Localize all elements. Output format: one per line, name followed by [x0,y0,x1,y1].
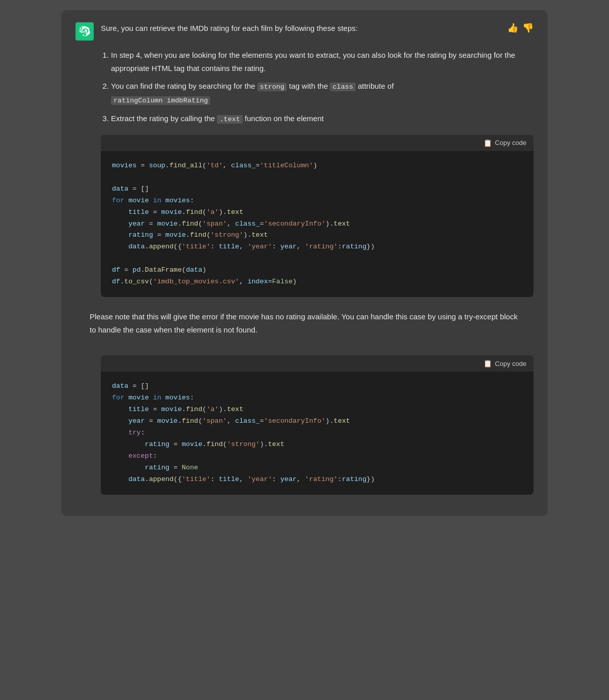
code-block-1-wrapper: 📋 Copy code movies = soup.find_all('td',… [101,135,534,297]
code-block-2-header: 📋 Copy code [101,355,534,372]
message-block: Sure, you can retrieve the IMDb rating f… [61,10,548,516]
copy-code-2-button[interactable]: 📋 Copy code [483,359,526,367]
copy-icon-2: 📋 [483,359,492,367]
steps-list: In step 4, when you are looking for the … [101,49,534,126]
copy-icon-1: 📋 [483,139,492,147]
code-block-2: data = [] for movie in movies: title = m… [101,372,534,494]
chat-container: Sure, you can retrieve the IMDb rating f… [61,10,548,516]
step-3-text: Extract the rating by calling the .text … [111,114,324,123]
step-1: In step 4, when you are looking for the … [111,49,534,75]
message-intro-text: Sure, you can retrieve the IMDb rating f… [101,22,500,34]
code-block-2-wrapper: 📋 Copy code data = [] for movie in movie… [101,355,534,494]
openai-logo-icon [79,26,90,37]
feedback-icons: 👍 👎 [507,22,534,33]
class-code: class [330,83,356,91]
message-content: In step 4, when you are looking for the … [75,49,534,126]
rating-column-code: ratingColumn imdbRating [111,96,210,105]
note-content: Please note that this will give the erro… [90,312,518,334]
thumbs-down-icon[interactable]: 👎 [522,22,534,33]
step-2-text: You can find the rating by searching for… [111,82,394,104]
message-header: Sure, you can retrieve the IMDb rating f… [75,22,534,41]
thumbs-up-icon[interactable]: 👍 [507,22,518,33]
code-block-1-header: 📋 Copy code [101,135,534,151]
step-2: You can find the rating by searching for… [111,80,534,107]
copy-code-1-button[interactable]: 📋 Copy code [483,139,526,147]
step-1-text: In step 4, when you are looking for the … [111,51,515,72]
strong-code: strong [257,83,287,91]
chatgpt-avatar [75,22,94,41]
text-code: .text [217,115,243,124]
copy-code-2-label: Copy code [495,360,526,367]
step-3: Extract the rating by calling the .text … [111,112,534,126]
note-text: Please note that this will give the erro… [75,306,534,346]
copy-code-1-label: Copy code [495,139,526,146]
code-block-1: movies = soup.find_all('td', class_='tit… [101,151,534,297]
